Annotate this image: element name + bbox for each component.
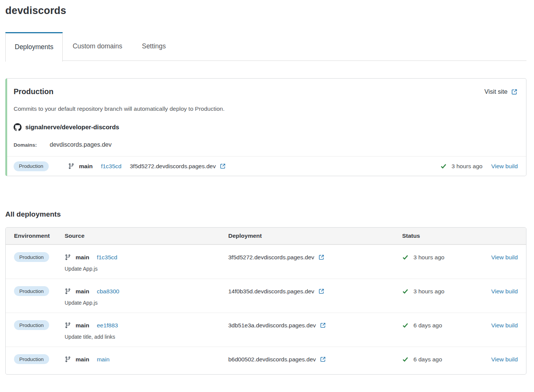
- production-description: Commits to your default repository branc…: [14, 105, 518, 112]
- environment-badge: Production: [14, 161, 49, 171]
- view-build-link[interactable]: View build: [491, 288, 518, 295]
- check-icon: [402, 356, 409, 363]
- all-deployments-title: All deployments: [5, 210, 526, 218]
- check-icon: [402, 288, 409, 294]
- page-title: devdiscords: [5, 5, 526, 17]
- environment-badge: Production: [14, 286, 49, 296]
- github-icon: [14, 123, 22, 131]
- view-build-link[interactable]: View build: [491, 322, 518, 329]
- production-card-title: Production: [14, 87, 54, 96]
- tab-bar: Deployments Custom domains Settings: [5, 32, 526, 61]
- status-time: 3 hours ago: [413, 254, 444, 261]
- external-link-icon[interactable]: [318, 288, 325, 294]
- deployment-url-link[interactable]: 3f5d5272.devdiscords.pages.dev: [130, 163, 226, 170]
- repo-name: signalnerve/developer-discords: [25, 124, 119, 131]
- table-header-row: Environment Source Deployment Status: [6, 228, 526, 245]
- external-link-icon[interactable]: [320, 356, 326, 363]
- commit-link[interactable]: f1c35cd: [97, 254, 117, 261]
- git-branch-icon: [65, 322, 71, 328]
- deployments-table: Environment Source Deployment Status Pro…: [5, 227, 526, 375]
- column-header-deployment: Deployment: [228, 232, 402, 239]
- check-icon: [440, 163, 447, 169]
- commit-message: Update title, add links: [65, 334, 228, 340]
- status-time: 3 hours ago: [452, 163, 483, 170]
- external-link-icon[interactable]: [318, 254, 325, 260]
- table-row: Production main main b6d00502.devdiscord…: [6, 347, 526, 374]
- branch-name: main: [76, 356, 89, 363]
- domains-label: Domains:: [14, 142, 37, 148]
- check-icon: [402, 254, 409, 260]
- table-row: Production main cba8300 Update App.js 14…: [6, 279, 526, 313]
- external-link-icon: [220, 163, 226, 169]
- view-build-link[interactable]: View build: [491, 254, 518, 261]
- tab-custom-domains-label: Custom domains: [73, 42, 122, 50]
- commit-link[interactable]: f1c35cd: [101, 163, 121, 170]
- table-row: Production main ee1f883 Update title, ad…: [6, 313, 526, 347]
- status-time: 3 hours ago: [413, 288, 444, 295]
- branch-name: main: [76, 254, 89, 261]
- column-header-environment: Environment: [14, 232, 65, 239]
- deployment-url: 14f0b35d.devdiscords.pages.dev: [228, 288, 314, 295]
- git-branch-icon: [65, 288, 71, 294]
- environment-badge: Production: [14, 354, 49, 364]
- column-header-source: Source: [65, 232, 228, 239]
- deployment-url: 3f5d5272.devdiscords.pages.dev: [130, 163, 216, 170]
- branch-name: main: [79, 163, 93, 170]
- column-header-status: Status: [402, 232, 485, 239]
- visit-site-link[interactable]: Visit site: [484, 88, 518, 95]
- external-link-icon[interactable]: [320, 322, 326, 328]
- domains-value: devdiscords.pages.dev: [50, 141, 112, 148]
- tab-settings-label: Settings: [142, 42, 166, 50]
- tab-deployments-label: Deployments: [15, 43, 53, 51]
- commit-message: Update App.js: [65, 300, 228, 306]
- deployment-url: 3f5d5272.devdiscords.pages.dev: [228, 254, 314, 261]
- git-branch-icon: [68, 163, 74, 169]
- table-row: Production main f1c35cd Update App.js 3f…: [6, 245, 526, 279]
- deployment-url: 3db51e3a.devdiscords.pages.dev: [228, 322, 316, 329]
- check-icon: [402, 322, 409, 328]
- environment-badge: Production: [14, 252, 49, 262]
- status-time: 6 days ago: [413, 322, 442, 329]
- visit-site-label: Visit site: [484, 88, 508, 95]
- branch-name: main: [76, 288, 89, 295]
- tab-custom-domains[interactable]: Custom domains: [63, 32, 132, 60]
- git-branch-icon: [65, 356, 71, 363]
- production-deployment-row: Production main f1c35cd 3f5d5272.devdisc…: [7, 156, 526, 176]
- environment-badge: Production: [14, 320, 49, 330]
- view-build-link[interactable]: View build: [491, 356, 518, 363]
- commit-link[interactable]: cba8300: [97, 288, 119, 295]
- external-link-icon: [511, 88, 518, 95]
- deployment-url: b6d00502.devdiscords.pages.dev: [228, 356, 316, 363]
- commit-link[interactable]: main: [97, 356, 110, 363]
- tab-deployments[interactable]: Deployments: [5, 32, 63, 62]
- commit-link[interactable]: ee1f883: [97, 322, 118, 329]
- status-time: 6 days ago: [413, 356, 442, 363]
- commit-message: Update App.js: [65, 266, 228, 272]
- production-card: Production Visit site Commits to your de…: [5, 78, 526, 176]
- branch-name: main: [76, 322, 89, 329]
- page-root: devdiscords Deployments Custom domains S…: [0, 0, 534, 380]
- tab-settings[interactable]: Settings: [132, 32, 175, 60]
- git-branch-icon: [65, 254, 71, 260]
- view-build-link[interactable]: View build: [491, 163, 518, 170]
